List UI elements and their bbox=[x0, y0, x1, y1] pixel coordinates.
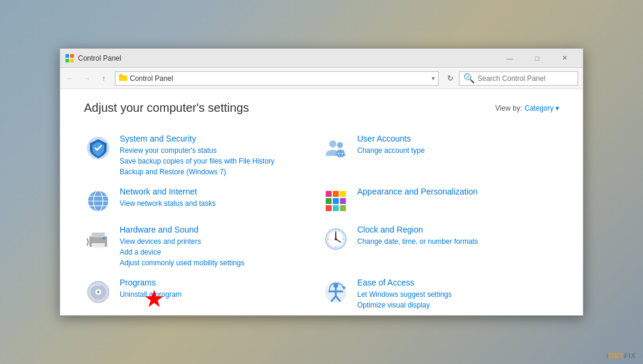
category-ease-of-access: Ease of Access Let Windows suggest setti… bbox=[322, 273, 559, 315]
category-programs-wrapper: Programs Uninstall a program ★ bbox=[84, 273, 322, 315]
appearance-personalization-info: Appearance and Personalization bbox=[357, 187, 559, 198]
network-internet-info: Network and Internet View network status… bbox=[120, 187, 322, 209]
svg-rect-4 bbox=[119, 76, 127, 81]
category-clock-region: Clock and Region Change date, time, or n… bbox=[322, 220, 559, 273]
appearance-personalization-title[interactable]: Appearance and Personalization bbox=[357, 187, 559, 196]
page-title: Adjust your computer's settings bbox=[84, 101, 249, 115]
hardware-sound-info: Hardware and Sound View devices and prin… bbox=[120, 225, 322, 268]
window-icon bbox=[65, 54, 74, 63]
svg-rect-2 bbox=[65, 59, 69, 62]
svg-point-7 bbox=[329, 140, 336, 148]
page-header: Adjust your computer's settings View by:… bbox=[84, 101, 559, 115]
clock-region-icon bbox=[322, 225, 350, 253]
window-title: Control Panel bbox=[78, 54, 496, 62]
refresh-button[interactable]: ↻ bbox=[442, 71, 458, 86]
breadcrumb-root: Control Panel bbox=[130, 74, 173, 83]
svg-rect-21 bbox=[333, 198, 339, 204]
watermark: iGETFIX bbox=[606, 352, 636, 359]
minimize-button[interactable]: — bbox=[496, 49, 523, 68]
user-accounts-title[interactable]: User Accounts bbox=[357, 134, 559, 143]
appearance-personalization-icon bbox=[322, 187, 350, 215]
svg-point-35 bbox=[335, 238, 337, 240]
svg-rect-5 bbox=[119, 74, 123, 76]
svg-point-8 bbox=[337, 142, 343, 148]
programs-link-1[interactable]: Uninstall a program bbox=[120, 289, 322, 300]
maximize-button[interactable]: □ bbox=[523, 49, 551, 68]
system-security-title[interactable]: System and Security bbox=[120, 134, 322, 143]
title-bar: Control Panel — □ ✕ bbox=[60, 49, 583, 68]
svg-rect-3 bbox=[70, 59, 74, 62]
view-by-dropdown[interactable]: Category ▾ bbox=[525, 104, 559, 112]
category-programs: Programs Uninstall a program bbox=[84, 273, 322, 311]
user-accounts-icon bbox=[322, 134, 350, 162]
view-by-label: View by: bbox=[495, 104, 522, 112]
clock-region-title[interactable]: Clock and Region bbox=[357, 225, 559, 234]
ease-of-access-link-1[interactable]: Let Windows suggest settings bbox=[357, 289, 559, 300]
forward-button[interactable]: → bbox=[79, 71, 95, 86]
programs-info: Programs Uninstall a program bbox=[120, 278, 322, 300]
close-button[interactable]: ✕ bbox=[551, 49, 578, 68]
system-security-link-3[interactable]: Backup and Restore (Windows 7) bbox=[120, 167, 322, 177]
hardware-sound-title[interactable]: Hardware and Sound bbox=[120, 225, 322, 234]
category-appearance-personalization: Appearance and Personalization bbox=[322, 182, 559, 220]
main-content: Adjust your computer's settings View by:… bbox=[60, 89, 583, 315]
address-bar-icon bbox=[119, 74, 127, 83]
category-system-security: System and Security Review your computer… bbox=[84, 129, 322, 182]
hardware-sound-link-3[interactable]: Adjust commonly used mobility settings bbox=[120, 258, 322, 268]
category-user-accounts: User Accounts Change account type bbox=[322, 129, 559, 182]
window-controls: — □ ✕ bbox=[496, 49, 578, 68]
address-dropdown[interactable]: ▾ bbox=[432, 75, 435, 81]
ease-of-access-icon bbox=[322, 278, 350, 306]
svg-rect-20 bbox=[326, 198, 332, 204]
svg-rect-0 bbox=[65, 54, 69, 58]
breadcrumb-text: Control Panel bbox=[130, 74, 429, 83]
svg-rect-29 bbox=[102, 237, 105, 239]
category-network-internet: Network and Internet View network status… bbox=[84, 182, 322, 220]
control-panel-window: Control Panel — □ ✕ ← → ↑ Control Panel … bbox=[60, 48, 583, 316]
system-security-info: System and Security Review your computer… bbox=[120, 134, 322, 177]
system-security-link-2[interactable]: Save backup copies of your files with Fi… bbox=[120, 156, 322, 167]
ease-of-access-link-2[interactable]: Optimize visual display bbox=[357, 300, 559, 310]
clock-region-link-1[interactable]: Change date, time, or number formats bbox=[357, 236, 559, 247]
svg-rect-25 bbox=[340, 205, 346, 211]
svg-rect-30 bbox=[92, 245, 105, 246]
hardware-sound-link-2[interactable]: Add a device bbox=[120, 247, 322, 258]
clock-region-info: Clock and Region Change date, time, or n… bbox=[357, 225, 559, 247]
system-security-icon bbox=[84, 134, 113, 162]
svg-rect-19 bbox=[340, 191, 346, 197]
ease-of-access-title[interactable]: Ease of Access bbox=[357, 278, 559, 287]
search-input[interactable] bbox=[477, 74, 574, 83]
network-internet-link-1[interactable]: View network status and tasks bbox=[120, 198, 322, 209]
network-internet-title[interactable]: Network and Internet bbox=[120, 187, 322, 196]
categories-grid: System and Security Review your computer… bbox=[84, 129, 559, 315]
address-bar[interactable]: Control Panel ▾ bbox=[115, 71, 439, 86]
programs-title[interactable]: Programs bbox=[120, 278, 322, 287]
back-button[interactable]: ← bbox=[63, 71, 78, 86]
user-accounts-info: User Accounts Change account type bbox=[357, 134, 559, 156]
user-accounts-link-1[interactable]: Change account type bbox=[357, 145, 559, 156]
hardware-sound-link-1[interactable]: View devices and printers bbox=[120, 236, 322, 247]
category-hardware-sound: Hardware and Sound View devices and prin… bbox=[84, 220, 322, 273]
svg-rect-23 bbox=[326, 205, 332, 211]
svg-rect-22 bbox=[340, 198, 346, 204]
svg-rect-18 bbox=[333, 191, 339, 197]
nav-bar: ← → ↑ Control Panel ▾ ↻ 🔍 bbox=[60, 68, 583, 89]
svg-rect-27 bbox=[92, 233, 105, 237]
svg-rect-17 bbox=[326, 191, 332, 197]
svg-point-43 bbox=[97, 291, 99, 293]
svg-rect-24 bbox=[333, 205, 339, 211]
system-security-link-1[interactable]: Review your computer's status bbox=[120, 145, 322, 156]
hardware-sound-icon bbox=[84, 225, 113, 253]
search-box[interactable]: 🔍 bbox=[459, 71, 578, 86]
svg-rect-1 bbox=[70, 54, 74, 58]
search-icon: 🔍 bbox=[463, 73, 475, 84]
network-internet-icon bbox=[84, 187, 113, 215]
up-button[interactable]: ↑ bbox=[96, 71, 111, 86]
programs-icon bbox=[84, 278, 113, 306]
ease-of-access-info: Ease of Access Let Windows suggest setti… bbox=[357, 278, 559, 310]
view-by-control: View by: Category ▾ bbox=[495, 104, 559, 112]
